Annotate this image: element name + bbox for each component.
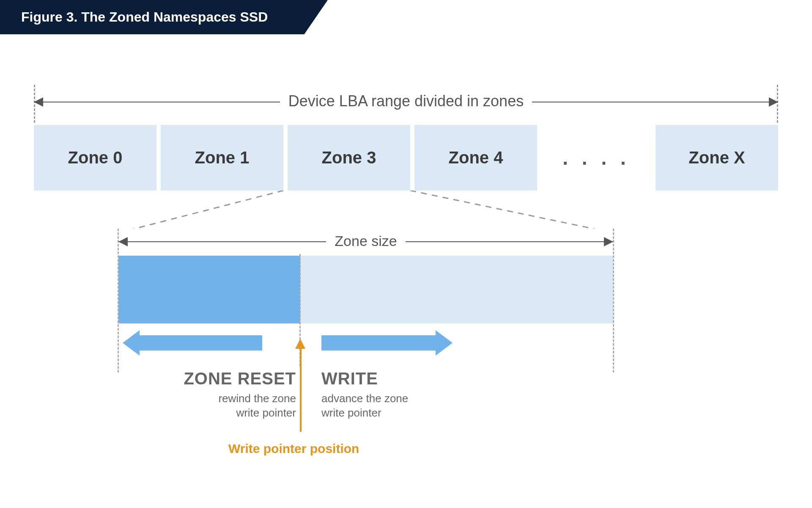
zone-size-arrow: Zone size — [118, 229, 613, 254]
zone-detail-bar — [118, 256, 613, 323]
operation-arrows — [118, 331, 613, 356]
zone-box: Zone 4 — [414, 125, 537, 190]
lba-range-arrow: Device LBA range divided in zones — [34, 85, 778, 114]
zones-row: Zone 0 Zone 1 Zone 3 Zone 4 . . . . Zone… — [34, 125, 778, 190]
write-pointer-label: Write pointer position — [228, 442, 359, 456]
ellipsis-dots: . . . . — [541, 146, 651, 169]
zone-size-section: Zone size ZONE RESET rewind the zonewrit… — [118, 229, 613, 369]
zone-written-region — [118, 256, 300, 323]
figure-title: Figure 3. The Zoned Namespaces SSD — [0, 0, 304, 34]
zone-reset-title: ZONE RESET — [118, 369, 296, 388]
write-title: WRITE — [321, 369, 491, 388]
diagram-container: Device LBA range divided in zones Zone 0… — [34, 85, 778, 190]
zone-size-label: Zone size — [326, 233, 405, 249]
zone-box: Zone 0 — [34, 125, 156, 190]
write-desc: advance the zonewrite pointer — [321, 392, 491, 420]
lba-range-label: Device LBA range divided in zones — [280, 92, 532, 110]
zoom-dashed-lines — [34, 190, 778, 229]
zone-box: Zone 3 — [288, 125, 410, 190]
zone-box: Zone X — [656, 125, 778, 190]
write-pointer-arrow-icon — [299, 339, 302, 432]
write-arrow-icon — [321, 335, 436, 351]
zone-reset-desc: rewind the zonewrite pointer — [118, 392, 296, 420]
svg-line-1 — [410, 190, 613, 229]
zone-empty-region — [300, 256, 613, 323]
zone-reset-arrow-icon — [140, 335, 262, 351]
svg-line-0 — [118, 190, 283, 229]
zone-box: Zone 1 — [161, 125, 283, 190]
